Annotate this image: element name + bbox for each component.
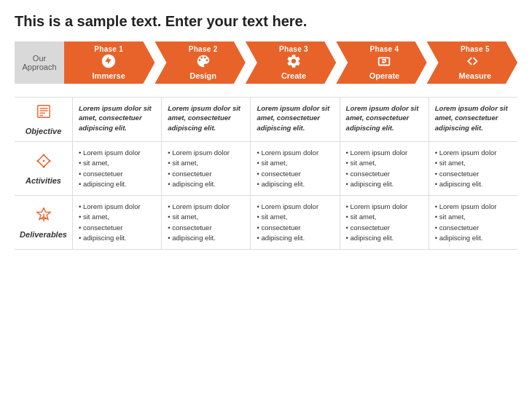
svg-point-12: [42, 154, 44, 156]
list-item: sit amet,: [79, 212, 155, 221]
cell-deliverables-1: Lorem ipsum dolorsit amet,consectetuerad…: [73, 196, 162, 249]
row-header-objective: Objective: [15, 98, 73, 141]
phase-label-4: Phase 4: [369, 45, 399, 53]
row-cells-deliverables: Lorem ipsum dolorsit amet,consectetuerad…: [73, 196, 517, 249]
cell-activities-5: Lorem ipsum dolorsit amet,consectetuerad…: [429, 142, 517, 195]
list-item: consectetuer: [168, 169, 244, 178]
list-item: consectetuer: [435, 223, 512, 232]
cell-deliverables-4: Lorem ipsum dolorsit amet,consectetuerad…: [340, 196, 429, 249]
arrow-content-4: Phase 4 Operate: [336, 42, 426, 84]
list-item: Lorem ipsum dolor: [346, 202, 423, 211]
list-item: sit amet,: [168, 158, 244, 167]
list-item: Lorem ipsum dolor: [257, 202, 333, 211]
list-item: Lorem ipsum dolor: [435, 148, 512, 157]
arrow-content-2: Phase 2 Design: [154, 42, 245, 84]
row-icon-activities: [36, 153, 52, 173]
row-cells-objective: Lorem ipsum dolor sit amet, consectetuer…: [73, 98, 517, 141]
table-row-objective: Objective Lorem ipsum dolor sit amet, co…: [15, 98, 517, 142]
cell-deliverables-2: Lorem ipsum dolorsit amet,consectetuerad…: [162, 196, 251, 249]
list-item: consectetuer: [346, 223, 423, 232]
table-row-deliverables: Deliverables Lorem ipsum dolorsit amet,c…: [15, 196, 517, 250]
svg-rect-3: [37, 106, 50, 118]
list-item: adipiscing elit.: [79, 179, 155, 189]
svg-line-9: [44, 154, 50, 160]
phase-icon-5: [467, 53, 483, 71]
list-item: adipiscing elit.: [168, 233, 244, 242]
list-item: adipiscing elit.: [168, 179, 244, 189]
row-header-activities: Activities: [15, 142, 73, 195]
table-section: Objective Lorem ipsum dolor sit amet, co…: [15, 97, 517, 250]
list-item: adipiscing elit.: [257, 179, 333, 189]
deliverables-icon: [36, 207, 52, 223]
phase-label-1: Phase 1: [94, 45, 123, 53]
svg-line-8: [37, 154, 43, 160]
svg-rect-2: [385, 59, 386, 63]
cell-deliverables-5: Lorem ipsum dolorsit amet,consectetuerad…: [429, 196, 517, 249]
our-approach-box: OurApproach: [15, 42, 64, 84]
list-item: consectetuer: [79, 223, 155, 232]
phase-arrow-1: Phase 1 Immerse: [64, 42, 154, 84]
list-item: adipiscing elit.: [435, 233, 512, 242]
phases-section: OurApproach Phase 1 Immerse Phase 2 Desi…: [15, 42, 517, 84]
phase-arrow-5: Phase 5 Measure: [427, 42, 517, 84]
list-item: Lorem ipsum dolor: [168, 148, 244, 157]
row-label-activities: Activities: [26, 176, 61, 185]
page-title: This is a sample text. Enter your text h…: [15, 13, 517, 30]
row-icon-objective: [36, 103, 52, 124]
list-item: sit amet,: [168, 212, 244, 221]
cell-objective-2: Lorem ipsum dolor sit amet, consectetuer…: [162, 98, 251, 141]
cell-activities-2: Lorem ipsum dolorsit amet,consectetuerad…: [162, 142, 251, 195]
arrows-container: Phase 1 Immerse Phase 2 Design Phase 3 C…: [64, 42, 517, 84]
list-item: consectetuer: [79, 169, 155, 178]
list-item: adipiscing elit.: [79, 233, 155, 242]
cell-activities-4: Lorem ipsum dolorsit amet,consectetuerad…: [340, 142, 429, 195]
svg-point-15: [42, 165, 44, 167]
svg-point-13: [36, 159, 39, 162]
phase-label-2: Phase 2: [189, 45, 218, 53]
approach-label: OurApproach: [22, 54, 56, 71]
list-item: sit amet,: [346, 158, 423, 167]
cell-objective-5: Lorem ipsum dolor sit amet, consectetuer…: [429, 98, 517, 141]
table-row-activities: Activities Lorem ipsum dolorsit amet,con…: [15, 142, 517, 196]
row-cells-activities: Lorem ipsum dolorsit amet,consectetuerad…: [73, 142, 517, 195]
phase-icon-3: [286, 53, 302, 71]
list-item: adipiscing elit.: [346, 179, 423, 189]
cell-activities-1: Lorem ipsum dolorsit amet,consectetuerad…: [73, 142, 162, 195]
list-item: sit amet,: [257, 158, 333, 167]
phase-arrow-2: Phase 2 Design: [154, 42, 245, 84]
activities-icon: [36, 153, 52, 169]
phase-name-4: Operate: [369, 71, 400, 80]
arrow-content-5: Phase 5 Measure: [427, 42, 517, 84]
list-item: sit amet,: [346, 212, 423, 221]
list-item: consectetuer: [435, 169, 512, 178]
list-item: sit amet,: [257, 212, 333, 221]
phase-icon-4: [376, 53, 392, 71]
phase-name-5: Measure: [459, 71, 492, 80]
list-item: sit amet,: [435, 158, 512, 167]
phase-icon-2: [195, 53, 211, 71]
objective-icon: [36, 103, 52, 119]
list-item: adipiscing elit.: [435, 179, 512, 189]
cell-objective-1: Lorem ipsum dolor sit amet, consectetuer…: [73, 98, 162, 141]
list-item: adipiscing elit.: [346, 233, 423, 242]
list-item: Lorem ipsum dolor: [79, 148, 155, 157]
list-item: Lorem ipsum dolor: [346, 148, 423, 157]
list-item: Lorem ipsum dolor: [168, 202, 244, 211]
row-label-objective: Objective: [26, 127, 62, 135]
cell-objective-4: Lorem ipsum dolor sit amet, consectetuer…: [340, 98, 429, 141]
list-item: adipiscing elit.: [257, 233, 333, 242]
phase-arrow-3: Phase 3 Create: [246, 42, 336, 84]
phase-name-2: Design: [189, 71, 216, 80]
phase-name-1: Immerse: [93, 71, 125, 80]
row-icon-deliverables: [36, 207, 52, 227]
list-item: sit amet,: [435, 212, 512, 221]
arrow-content-1: Phase 1 Immerse: [64, 42, 154, 84]
list-item: consectetuer: [346, 169, 423, 178]
row-label-deliverables: Deliverables: [20, 230, 67, 239]
list-item: consectetuer: [257, 169, 333, 178]
phase-arrow-4: Phase 4 Operate: [336, 42, 426, 84]
list-item: consectetuer: [257, 223, 333, 232]
list-item: consectetuer: [168, 223, 244, 232]
cell-activities-3: Lorem ipsum dolorsit amet,consectetuerad…: [251, 142, 340, 195]
svg-line-10: [37, 161, 43, 167]
